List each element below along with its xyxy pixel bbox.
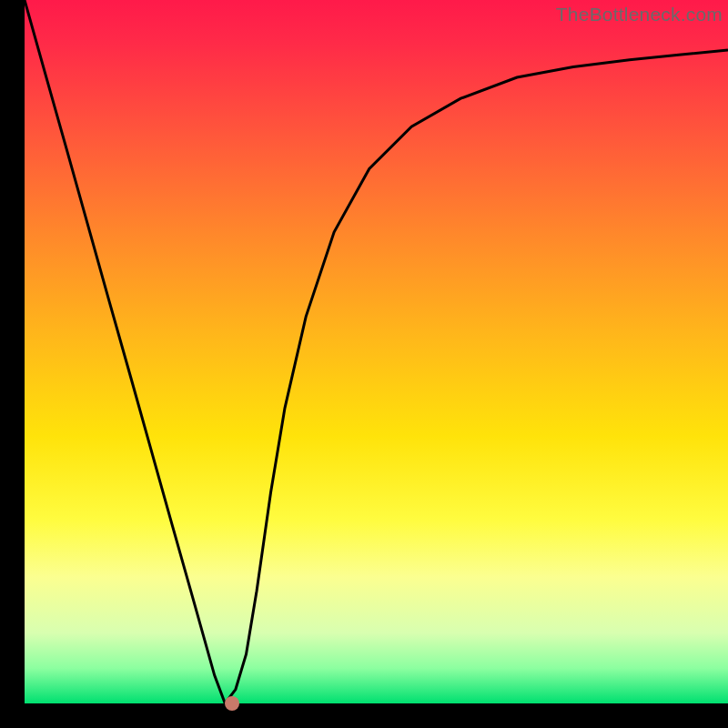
minimum-marker (225, 696, 239, 711)
plot-gradient-background (25, 0, 728, 703)
plot-frame: TheBottleneck.com (25, 0, 728, 703)
